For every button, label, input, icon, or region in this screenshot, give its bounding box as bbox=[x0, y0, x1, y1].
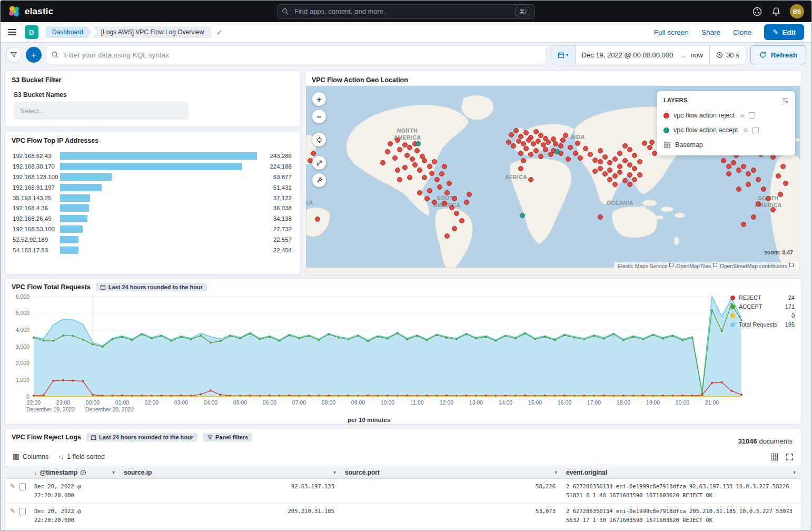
notifications-bell-icon[interactable] bbox=[771, 6, 781, 17]
map-point-reject[interactable] bbox=[578, 155, 583, 161]
kql-input[interactable] bbox=[63, 51, 541, 60]
chevron-down-icon[interactable]: ▾ bbox=[554, 469, 557, 475]
row-checkbox[interactable] bbox=[19, 483, 26, 490]
map-point-reject[interactable] bbox=[422, 158, 427, 163]
world-map[interactable]: NORTH AMERICASOUTH AMERICAAFRICAASIAOCEA… bbox=[306, 86, 800, 273]
deployment-icon[interactable] bbox=[752, 6, 763, 17]
layer-item[interactable]: vpc flow action reject⊘ bbox=[657, 108, 795, 123]
map-point-reject[interactable] bbox=[632, 166, 637, 171]
map-point-reject[interactable] bbox=[627, 182, 632, 187]
map-point-reject[interactable] bbox=[407, 145, 412, 150]
map-point-reject[interactable] bbox=[647, 145, 652, 150]
map-point-reject[interactable] bbox=[627, 147, 632, 152]
map-point-reject[interactable] bbox=[560, 137, 566, 143]
map-tools-button[interactable] bbox=[312, 173, 326, 187]
legend-item[interactable]: ACCEPT171 bbox=[730, 303, 795, 310]
map-point-accept[interactable] bbox=[520, 213, 525, 218]
sort-fields-button[interactable]: ↑↓ 1 field sorted bbox=[58, 453, 105, 460]
map-point-reject[interactable] bbox=[612, 182, 618, 187]
map-point-reject[interactable] bbox=[518, 151, 523, 156]
map-point-reject[interactable] bbox=[407, 175, 412, 180]
map-point-reject[interactable] bbox=[598, 166, 603, 171]
grid-header-eventoriginal[interactable]: event.original▾ bbox=[562, 466, 800, 478]
map-point-reject[interactable] bbox=[756, 201, 761, 206]
map-point-reject[interactable] bbox=[459, 218, 464, 223]
map-point-reject[interactable] bbox=[627, 162, 632, 168]
map-point-reject[interactable] bbox=[607, 168, 612, 173]
map-point-reject[interactable] bbox=[417, 190, 422, 195]
ip-bar[interactable] bbox=[60, 236, 78, 243]
map-point-reject[interactable] bbox=[612, 173, 618, 179]
map-point-reject[interactable] bbox=[778, 192, 783, 197]
map-point-reject[interactable] bbox=[622, 178, 628, 183]
map-point-reject[interactable] bbox=[533, 148, 539, 153]
map-point-reject[interactable] bbox=[444, 233, 450, 239]
map-point-reject[interactable] bbox=[424, 196, 430, 201]
legend-item[interactable]: Total Requests195 bbox=[730, 321, 795, 328]
map-point-reject[interactable] bbox=[422, 175, 427, 180]
attribution-link[interactable]: OpenMapTiles bbox=[676, 263, 711, 269]
chevron-down-icon[interactable]: ▾ bbox=[333, 469, 336, 475]
map-point-reject[interactable] bbox=[721, 158, 726, 163]
layer-item[interactable]: Basemap bbox=[657, 137, 795, 152]
map-point-reject[interactable] bbox=[397, 177, 402, 182]
map-point-reject[interactable] bbox=[526, 137, 531, 143]
map-point-reject[interactable] bbox=[432, 200, 437, 205]
map-point-reject[interactable] bbox=[528, 152, 533, 157]
map-point-reject[interactable] bbox=[612, 156, 618, 162]
map-point-reject[interactable] bbox=[776, 173, 781, 179]
kql-search-bar[interactable] bbox=[46, 45, 547, 64]
map-point-reject[interactable] bbox=[528, 177, 533, 182]
layer-item[interactable]: vpc flow action accept⊘ bbox=[657, 123, 795, 137]
map-point-reject[interactable] bbox=[315, 217, 320, 222]
map-point-reject[interactable] bbox=[627, 172, 632, 178]
zoom-out-button[interactable]: − bbox=[312, 110, 326, 123]
breadcrumb-dashboard[interactable]: Dashboard bbox=[46, 26, 92, 38]
time-range-badge[interactable]: Last 24 hours rounded to the hour bbox=[86, 433, 197, 441]
map-point-reject[interactable] bbox=[632, 153, 637, 158]
map-point-reject[interactable] bbox=[558, 143, 563, 149]
refresh-button[interactable]: Refresh bbox=[750, 45, 806, 64]
map-point-reject[interactable] bbox=[592, 169, 598, 174]
grid-header-sourceip[interactable]: source.ip▾ bbox=[120, 466, 341, 478]
legend-item[interactable]: REJECT24 bbox=[730, 294, 795, 301]
map-point-reject[interactable] bbox=[385, 149, 390, 154]
elastic-logo[interactable]: elastic bbox=[8, 5, 53, 18]
map-point-reject[interactable] bbox=[521, 158, 526, 163]
map-point-reject[interactable] bbox=[414, 148, 420, 153]
map-point-reject[interactable] bbox=[642, 141, 647, 146]
attribution-link[interactable]: Elastic Maps Service bbox=[618, 263, 668, 269]
map-point-reject[interactable] bbox=[511, 143, 516, 149]
map-point-reject[interactable] bbox=[751, 168, 756, 173]
map-point-reject[interactable] bbox=[509, 132, 514, 137]
expand-row-icon[interactable]: ✎ bbox=[10, 483, 15, 489]
map-point-reject[interactable] bbox=[573, 151, 578, 156]
map-point-reject[interactable] bbox=[444, 190, 450, 195]
map-point-reject[interactable] bbox=[761, 186, 766, 192]
map-point-reject[interactable] bbox=[429, 171, 434, 176]
map-point-reject[interactable] bbox=[766, 196, 771, 201]
saved-query-button[interactable] bbox=[6, 47, 22, 63]
map-point-reject[interactable] bbox=[402, 165, 408, 170]
map-point-reject[interactable] bbox=[506, 140, 511, 145]
dashboard-space-badge[interactable]: D bbox=[25, 25, 38, 39]
map-point-reject[interactable] bbox=[523, 146, 529, 151]
expand-row-icon[interactable]: ✎ bbox=[10, 508, 15, 514]
map-point-reject[interactable] bbox=[602, 171, 608, 176]
map-point-reject[interactable] bbox=[598, 159, 603, 164]
map-point-reject[interactable] bbox=[622, 158, 628, 163]
map-point-accept[interactable] bbox=[554, 149, 560, 154]
map-point-reject[interactable] bbox=[467, 192, 472, 197]
map-point-reject[interactable] bbox=[518, 166, 523, 171]
map-point-reject[interactable] bbox=[649, 140, 655, 145]
map-point-reject[interactable] bbox=[397, 147, 402, 152]
map-point-reject[interactable] bbox=[538, 154, 543, 159]
map-point-reject[interactable] bbox=[583, 146, 588, 151]
map-point-reject[interactable] bbox=[783, 181, 788, 186]
map-point-reject[interactable] bbox=[563, 133, 568, 138]
map-point-reject[interactable] bbox=[622, 143, 628, 149]
map-point-reject[interactable] bbox=[746, 182, 751, 187]
user-avatar[interactable]: BS bbox=[790, 4, 804, 18]
map-point-reject[interactable] bbox=[427, 188, 432, 193]
grid-header-timestamp[interactable]: ↓@timestamp▾ bbox=[30, 466, 120, 478]
